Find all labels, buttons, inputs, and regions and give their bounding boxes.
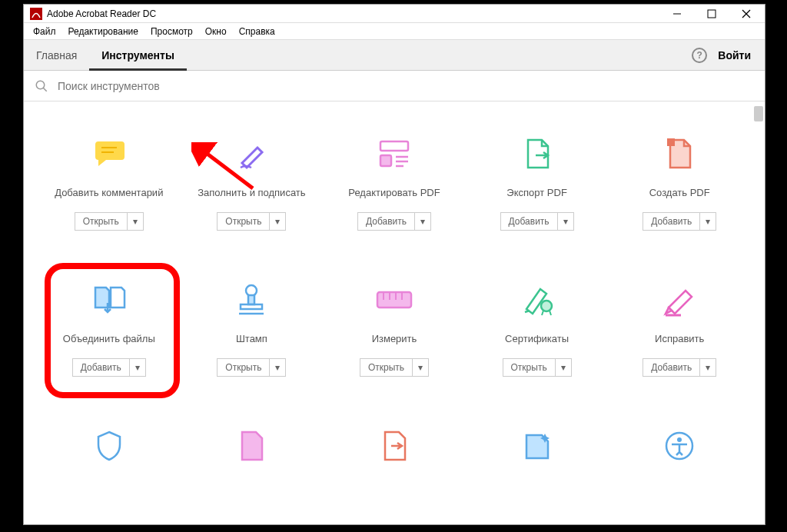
menu-file[interactable]: Файл — [27, 25, 62, 38]
search-icon — [35, 79, 48, 93]
svg-rect-10 — [380, 155, 391, 166]
stamp-icon — [233, 281, 270, 318]
svg-rect-18 — [377, 292, 411, 308]
tool-label: Редактировать PDF — [348, 180, 440, 206]
svg-rect-9 — [380, 141, 408, 151]
tool-action-button[interactable]: Добавить▾ — [643, 358, 716, 377]
tool-action-button[interactable]: Добавить▾ — [357, 212, 431, 231]
comment-icon — [91, 135, 128, 172]
svg-point-5 — [36, 81, 45, 89]
tool-action-button[interactable]: Добавить▾ — [72, 358, 146, 377]
tool-action-button[interactable]: Открыть▾ — [217, 358, 286, 377]
edit-icon — [376, 135, 413, 172]
tool-export[interactable]: Экспорт PDF Добавить▾ — [466, 135, 609, 281]
tab-home[interactable]: Главная — [24, 40, 89, 71]
tool-action-button[interactable]: Открыть▾ — [217, 212, 286, 231]
window-title: Adobe Acrobat Reader DC — [47, 8, 659, 19]
tool-label: Заполнить и подписать — [198, 180, 305, 206]
certificate-icon — [519, 281, 556, 318]
menu-bar: Файл Редактирование Просмотр Окно Справк… — [24, 23, 765, 40]
tool-combine[interactable]: Объединить файлы Добавить▾ — [38, 281, 181, 427]
tool-fillsign[interactable]: Заполнить и подписать Открыть▾ — [181, 135, 324, 281]
tool-measure[interactable]: Измерить Открыть▾ — [323, 281, 466, 427]
minimize-button[interactable] — [659, 5, 694, 23]
search-bar — [24, 71, 765, 101]
tools-grid: Добавить комментарий Открыть▾ Заполнить … — [24, 101, 765, 524]
tool-create[interactable]: Создать PDF Добавить▾ — [608, 135, 751, 281]
tool-partial-2[interactable] — [181, 427, 324, 524]
tool-label: Измерить — [372, 326, 417, 352]
tool-comment[interactable]: Добавить комментарий Открыть▾ — [38, 135, 181, 281]
ruler-icon — [376, 281, 413, 318]
menu-window[interactable]: Окно — [199, 25, 233, 38]
tool-cert[interactable]: Сертификаты Открыть▾ — [466, 281, 609, 427]
menu-view[interactable]: Просмотр — [144, 25, 199, 38]
tool-label: Объединить файлы — [63, 326, 155, 352]
tool-editpdf[interactable]: Редактировать PDF Добавить▾ — [323, 135, 466, 281]
tool-redact[interactable]: Исправить Добавить▾ — [608, 281, 751, 427]
svg-point-26 — [677, 437, 682, 442]
svg-line-6 — [43, 88, 47, 91]
tab-bar: Главная Инструменты ? Войти — [24, 40, 765, 71]
svg-rect-16 — [241, 304, 262, 309]
shield-icon — [91, 427, 128, 464]
title-bar: Adobe Acrobat Reader DC — [24, 5, 765, 23]
tool-action-button[interactable]: Открыть▾ — [75, 212, 144, 231]
svg-rect-14 — [667, 138, 675, 146]
create-icon — [661, 135, 698, 172]
tools-content: Добавить комментарий Открыть▾ Заполнить … — [24, 101, 765, 524]
close-button[interactable] — [729, 5, 763, 23]
tool-label: Сертификаты — [505, 326, 569, 352]
maximize-button[interactable] — [694, 5, 729, 23]
sparkle-page-icon — [519, 427, 556, 464]
page-icon — [233, 427, 270, 464]
tool-label: Создать PDF — [649, 180, 710, 206]
tool-label: Штамп — [236, 326, 267, 352]
a11y-icon — [661, 427, 698, 464]
menu-help[interactable]: Справка — [233, 25, 281, 38]
tool-stamp[interactable]: Штамп Открыть▾ — [181, 281, 324, 427]
tool-action-button[interactable]: Добавить▾ — [643, 212, 716, 231]
scrollbar-thumb[interactable] — [754, 106, 763, 121]
app-window: Adobe Acrobat Reader DC Файл Редактирова… — [23, 4, 765, 525]
pen-icon — [233, 135, 270, 172]
tool-label: Экспорт PDF — [506, 180, 566, 206]
svg-rect-2 — [708, 10, 716, 18]
tool-label: Исправить — [655, 326, 704, 352]
menu-edit[interactable]: Редактирование — [62, 25, 144, 38]
tool-partial-4[interactable] — [466, 427, 609, 524]
acrobat-icon — [30, 8, 42, 20]
tool-action-button[interactable]: Открыть▾ — [360, 358, 429, 377]
svg-point-23 — [541, 301, 552, 311]
export-icon — [519, 135, 556, 172]
marker-icon — [661, 281, 698, 318]
search-input[interactable] — [58, 80, 288, 92]
tool-action-button[interactable]: Открыть▾ — [503, 358, 572, 377]
tool-partial-1[interactable] — [38, 427, 181, 524]
tool-partial-3[interactable] — [323, 427, 466, 524]
tab-tools[interactable]: Инструменты — [89, 40, 187, 71]
combine-icon — [91, 281, 128, 318]
tool-label: Добавить комментарий — [55, 180, 163, 206]
login-button[interactable]: Войти — [718, 49, 751, 62]
help-icon[interactable]: ? — [692, 48, 707, 63]
page-arrow-icon — [376, 427, 413, 464]
tool-partial-5[interactable] — [608, 427, 751, 524]
tool-action-button[interactable]: Добавить▾ — [500, 212, 574, 231]
